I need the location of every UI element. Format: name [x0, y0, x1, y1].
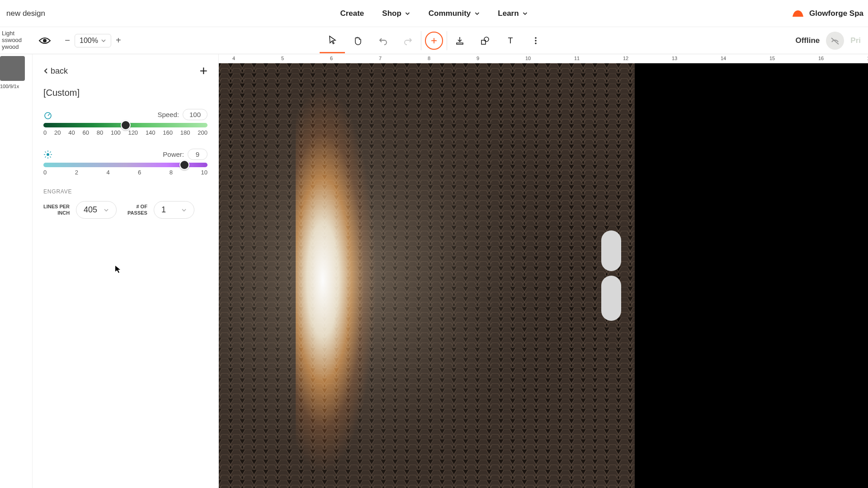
back-button[interactable]: back: [43, 66, 68, 76]
svg-line-14: [50, 156, 51, 157]
import-icon: [455, 36, 465, 46]
add-preset-button[interactable]: +: [199, 63, 208, 79]
speed-ticks: 020406080100120140160180200: [43, 129, 208, 136]
chevron-down-icon: [523, 11, 528, 16]
power-knob[interactable]: [179, 160, 189, 170]
power-slider[interactable]: [43, 163, 208, 167]
nav-create[interactable]: Create: [340, 9, 364, 18]
engrave-section-label: ENGRAVE: [43, 188, 208, 195]
svg-point-5: [535, 40, 537, 42]
speed-header: Speed:100: [43, 109, 208, 120]
lpi-label: LINES PERINCH: [43, 204, 70, 216]
chevron-left-icon: [43, 68, 48, 74]
svg-point-4: [535, 37, 537, 39]
dots-vertical-icon: [531, 36, 541, 46]
layers-column: 100/9/1x: [0, 54, 33, 488]
status-text: Offline: [795, 36, 820, 45]
svg-line-16: [50, 151, 51, 152]
account-name: Glowforge Spa: [809, 9, 863, 18]
eye-icon: [38, 36, 51, 45]
power-ticks: 0246810: [43, 169, 208, 176]
nav-learn-label: Learn: [498, 9, 519, 18]
nav-shop[interactable]: Shop: [382, 9, 410, 18]
chevron-down-icon: [104, 207, 109, 213]
speed-input[interactable]: 100: [183, 109, 208, 120]
zoom-value: 100%: [80, 37, 98, 45]
redo-button[interactable]: [396, 28, 421, 53]
material-badge[interactable]: Light sswood ywood: [0, 30, 25, 51]
workspace: 100/9/1x back + [Custom] Speed:100 02040…: [0, 54, 868, 488]
passes-select[interactable]: 1: [154, 201, 194, 219]
glowforge-logo-icon: [791, 9, 805, 19]
more-menu[interactable]: [523, 28, 548, 53]
power-header: Power:9: [43, 149, 208, 160]
nav-learn[interactable]: Learn: [498, 9, 528, 18]
nav-community-label: Community: [429, 9, 471, 18]
toolbar: Light sswood ywood − 100% + + T Offline …: [0, 27, 868, 54]
pan-tool[interactable]: [345, 28, 370, 53]
print-button[interactable]: Pri: [850, 36, 861, 45]
chevron-down-icon: [405, 11, 410, 16]
shapes-icon: [480, 36, 490, 46]
power-label-group: Power:9: [163, 149, 208, 160]
layer-caption: 100/9/1x: [0, 84, 32, 89]
svg-line-13: [45, 151, 46, 152]
machine-status: Offline Pri: [795, 32, 861, 50]
plus-circle-icon: +: [425, 32, 443, 50]
undo-icon: [378, 36, 388, 46]
engrave-controls: LINES PERINCH 405 # OFPASSES 1: [43, 201, 208, 219]
canvas[interactable]: 4567891011121314151617: [219, 54, 868, 488]
design-name[interactable]: new design: [0, 9, 45, 18]
lpi-select[interactable]: 405: [76, 201, 117, 219]
speed-knob[interactable]: [121, 120, 131, 130]
passes-label: # OFPASSES: [127, 204, 147, 216]
import-button[interactable]: [447, 28, 472, 53]
text-tool[interactable]: T: [498, 28, 523, 53]
speed-slider[interactable]: [43, 123, 208, 127]
svg-rect-20: [219, 63, 635, 488]
svg-point-0: [43, 39, 47, 42]
svg-text:T: T: [508, 36, 513, 45]
panel-header: back +: [43, 63, 208, 79]
svg-point-6: [535, 42, 537, 44]
visibility-toggle[interactable]: [38, 36, 51, 45]
tool-group: + T: [320, 28, 548, 53]
tray-handle: [601, 276, 621, 321]
laser-glow: [296, 63, 404, 488]
cursor-icon: [115, 265, 121, 273]
hand-icon: [353, 36, 363, 46]
svg-line-15: [45, 156, 46, 157]
account-menu[interactable]: Glowforge Spa: [791, 9, 863, 19]
nav-community[interactable]: Community: [429, 9, 480, 18]
settings-panel: back + [Custom] Speed:100 02040608010012…: [33, 54, 219, 488]
power-label: Power:: [163, 150, 184, 158]
power-input[interactable]: 9: [188, 149, 208, 160]
preset-name[interactable]: [Custom]: [43, 88, 208, 98]
nav-shop-label: Shop: [382, 9, 401, 18]
nav-create-label: Create: [340, 9, 364, 18]
zoom-select[interactable]: 100%: [75, 34, 111, 47]
lpi-value: 405: [84, 205, 97, 215]
layer-thumbnail[interactable]: [0, 56, 25, 81]
main-nav: Create Shop Community Learn: [340, 9, 528, 18]
select-tool[interactable]: [320, 28, 345, 53]
redo-icon: [403, 36, 413, 46]
passes-value: 1: [161, 205, 166, 215]
back-label: back: [51, 66, 68, 76]
ruler-horizontal: 4567891011121314151617: [219, 54, 868, 63]
crumb-tray-pattern: [219, 63, 635, 488]
speed-label: Speed:: [157, 111, 179, 118]
tray-handle: [601, 230, 621, 271]
offline-icon: [830, 36, 840, 46]
speed-icon: [43, 110, 52, 119]
zoom-out-button[interactable]: −: [61, 34, 74, 47]
add-artwork-button[interactable]: +: [421, 28, 447, 53]
svg-point-2: [484, 37, 489, 42]
shape-tool[interactable]: [472, 28, 498, 53]
text-icon: T: [505, 36, 515, 46]
status-indicator[interactable]: [826, 32, 844, 50]
undo-button[interactable]: [370, 28, 396, 53]
chevron-down-icon: [101, 38, 106, 43]
svg-point-8: [47, 153, 49, 156]
zoom-in-button[interactable]: +: [112, 34, 125, 47]
